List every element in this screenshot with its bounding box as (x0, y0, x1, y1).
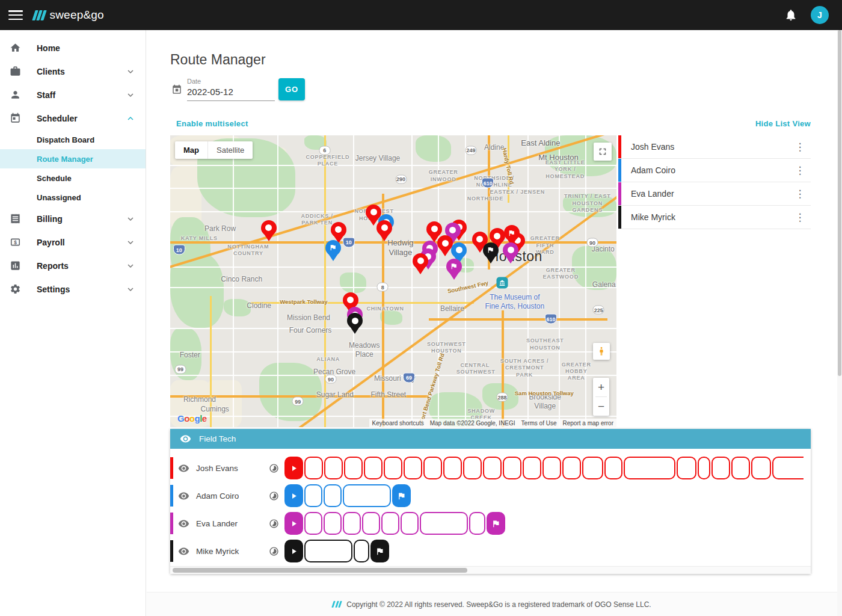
field-tech-header[interactable]: Field Tech (170, 429, 811, 449)
sidebar-item-payroll[interactable]: $Payroll (0, 230, 146, 254)
tech-list-item-josh-evans[interactable]: Josh Evans⋮ (618, 135, 811, 159)
user-avatar[interactable]: J (811, 6, 829, 24)
google-map[interactable]: Map Satellite + − Google Keyboard shortc… (170, 135, 616, 427)
route-stop-box[interactable] (304, 484, 322, 507)
map-pin-red[interactable] (260, 220, 277, 243)
route-stop-box[interactable] (542, 457, 561, 479)
sidebar-item-settings[interactable]: Settings (0, 277, 146, 301)
route-stop-box[interactable] (362, 512, 380, 535)
route-stop-box[interactable] (443, 457, 462, 479)
route-stop-box[interactable] (604, 457, 622, 479)
route-stop-box[interactable] (772, 457, 804, 479)
route-stop-box[interactable] (354, 540, 369, 562)
route-end-flag-button[interactable] (392, 484, 411, 507)
route-start-play-button[interactable] (284, 540, 303, 562)
route-stop-box[interactable] (677, 457, 696, 479)
sidebar-item-dispatch-board[interactable]: Dispatch Board (0, 130, 146, 149)
route-stop-box[interactable] (343, 484, 391, 507)
duration-timer-icon[interactable] (269, 463, 279, 473)
tech-list-item-mike-myrick[interactable]: Mike Myrick⋮ (618, 206, 811, 229)
route-stop-box[interactable] (711, 457, 730, 479)
route-end-flag-button[interactable] (370, 540, 389, 562)
route-stop-box[interactable] (404, 457, 422, 479)
map-pin-blue-flag[interactable] (325, 240, 342, 263)
route-stop-box[interactable] (624, 457, 675, 479)
google-logo[interactable]: Google (177, 413, 207, 424)
route-stop-box[interactable] (463, 457, 482, 479)
route-stop-box[interactable] (384, 457, 402, 479)
duration-timer-icon[interactable] (269, 491, 279, 501)
map-pin-magenta-flag[interactable] (446, 259, 462, 282)
route-stop-box[interactable] (731, 457, 750, 479)
route-stop-box[interactable] (469, 512, 485, 535)
route-stop-box[interactable] (751, 457, 771, 479)
attribution-terms-of-use[interactable]: Terms of Use (518, 420, 560, 427)
route-stop-box[interactable] (523, 457, 541, 479)
route-stop-box[interactable] (423, 457, 442, 479)
zoom-in-button[interactable]: + (593, 378, 609, 396)
fullscreen-button[interactable] (594, 143, 612, 161)
zoom-out-button[interactable]: − (593, 397, 609, 416)
tech-list-item-adam-coiro[interactable]: Adam Coiro⋮ (618, 159, 811, 182)
route-stop-box[interactable] (582, 457, 603, 479)
more-options-icon[interactable]: ⋮ (794, 164, 806, 177)
map-pin-magenta[interactable] (502, 242, 519, 265)
duration-timer-icon[interactable] (269, 546, 279, 556)
map-pin-red[interactable] (412, 253, 429, 276)
pegman-streetview-icon[interactable] (593, 343, 610, 360)
attribution-report-a-map-error[interactable]: Report a map error (560, 420, 616, 427)
visibility-eye-icon[interactable] (178, 490, 189, 502)
hide-list-view-link[interactable]: Hide List View (755, 119, 811, 128)
visibility-eye-icon[interactable] (178, 463, 189, 474)
route-end-flag-button[interactable] (487, 512, 505, 535)
more-options-icon[interactable]: ⋮ (794, 188, 806, 200)
route-stop-box[interactable] (304, 540, 352, 562)
route-start-play-button[interactable] (284, 512, 303, 535)
enable-multiselect-link[interactable]: Enable multiselect (176, 119, 248, 128)
map-pin-black[interactable] (346, 313, 363, 336)
duration-timer-icon[interactable] (269, 519, 279, 529)
route-stop-box[interactable] (324, 484, 342, 507)
route-stop-box[interactable] (304, 457, 323, 479)
museum-poi-icon[interactable] (497, 277, 508, 289)
sidebar-item-reports[interactable]: Reports (0, 254, 146, 277)
sidebar-item-scheduler[interactable]: Scheduler (0, 106, 146, 130)
route-stop-box[interactable] (343, 512, 361, 535)
map-pin-black-flag[interactable] (482, 242, 499, 265)
date-input[interactable]: Date 2022-05-12 (187, 78, 275, 101)
page-scrollbar-thumb[interactable] (838, 30, 841, 376)
route-stop-box[interactable] (364, 457, 383, 479)
route-stop-box[interactable] (304, 512, 322, 535)
sidebar-item-unassigned[interactable]: Unassigned (0, 188, 146, 207)
route-stop-box[interactable] (324, 457, 343, 479)
go-button[interactable]: GO (278, 78, 305, 100)
attribution-keyboard-shortcuts[interactable]: Keyboard shortcuts (369, 420, 427, 427)
route-stop-box[interactable] (381, 512, 399, 535)
horizontal-scrollbar-thumb[interactable] (173, 568, 467, 573)
sidebar-item-home[interactable]: Home (0, 36, 146, 60)
route-stop-box[interactable] (420, 512, 468, 535)
sidebar-item-clients[interactable]: Clients (0, 60, 146, 83)
sidebar-item-route-manager[interactable]: Route Manager (0, 149, 146, 168)
route-stop-box[interactable] (503, 457, 521, 479)
sidebar-item-billing[interactable]: Billing (0, 207, 146, 230)
more-options-icon[interactable]: ⋮ (794, 211, 806, 224)
visibility-eye-icon[interactable] (178, 546, 189, 557)
route-stop-box[interactable] (401, 512, 419, 535)
route-stop-box[interactable] (324, 512, 342, 535)
map-button[interactable]: Map (175, 141, 207, 159)
hamburger-menu-icon[interactable] (8, 10, 23, 20)
route-stop-box[interactable] (483, 457, 502, 479)
route-stop-box[interactable] (698, 457, 710, 479)
route-start-play-button[interactable] (284, 457, 303, 479)
date-input-value[interactable]: 2022-05-12 (187, 87, 275, 97)
route-start-play-button[interactable] (284, 484, 303, 507)
sidebar-item-schedule[interactable]: Schedule (0, 168, 146, 188)
route-stop-box[interactable] (562, 457, 581, 479)
sidebar-item-staff[interactable]: Staff (0, 83, 146, 106)
map-pin-red[interactable] (376, 220, 393, 243)
tech-list-item-eva-lander[interactable]: Eva Lander⋮ (618, 182, 811, 206)
visibility-eye-icon[interactable] (178, 518, 189, 529)
route-stop-box[interactable] (344, 457, 363, 479)
notifications-bell-icon[interactable] (784, 8, 797, 22)
